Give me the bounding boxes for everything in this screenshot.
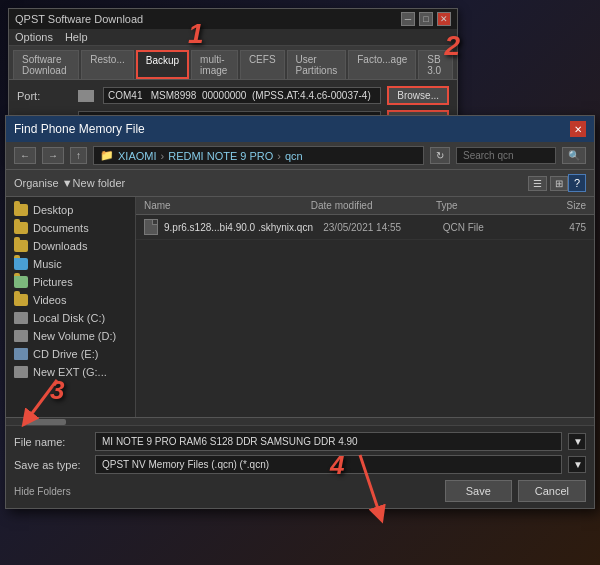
file-name: 9.pr6.s128...bi4.90.0 .skhynix.qcn xyxy=(164,222,323,233)
filename-row: File name: ▼ xyxy=(14,432,586,451)
table-row[interactable]: 9.pr6.s128...bi4.90.0 .skhynix.qcn 23/05… xyxy=(136,215,594,240)
action-buttons: Save Cancel xyxy=(445,480,586,502)
sidebar-label-new-ext: New EXT (G:... xyxy=(33,366,107,378)
sidebar-label-downloads: Downloads xyxy=(33,240,87,252)
breadcrumb-sep1: › xyxy=(161,150,165,162)
sidebar-label-music: Music xyxy=(33,258,62,270)
sidebar-item-downloads[interactable]: Downloads xyxy=(6,237,135,255)
tab-cefs[interactable]: CEFS xyxy=(240,50,285,79)
forward-btn[interactable]: → xyxy=(42,147,64,164)
annotation-1: 1 xyxy=(188,18,204,50)
annotation-2: 2 xyxy=(444,30,460,62)
close-btn[interactable]: ✕ xyxy=(437,12,451,26)
breadcrumb-sep2: › xyxy=(277,150,281,162)
dialog-actions-bar: Organise ▼ New folder ☰ ⊞ ? xyxy=(6,170,594,197)
refresh-btn[interactable]: ↻ xyxy=(430,147,450,164)
sidebar-item-pictures[interactable]: Pictures xyxy=(6,273,135,291)
port-row: Port: Browse... xyxy=(17,86,449,105)
dialog-title: Find Phone Memory File xyxy=(14,122,145,136)
filename-dropdown-btn[interactable]: ▼ xyxy=(568,433,586,450)
left-panel: Desktop Documents Downloads Music Pictur… xyxy=(6,197,136,417)
up-btn[interactable]: ↑ xyxy=(70,147,87,164)
port-device-icon xyxy=(78,90,94,102)
breadcrumb-part3[interactable]: qcn xyxy=(285,150,303,162)
port-input[interactable] xyxy=(103,87,381,104)
tab-backup[interactable]: Backup xyxy=(136,50,189,79)
new-folder-btn[interactable]: New folder xyxy=(73,177,126,189)
drive-icon xyxy=(14,330,28,342)
horizontal-scrollbar[interactable] xyxy=(6,417,594,425)
dialog-close-btn[interactable]: ✕ xyxy=(570,121,586,137)
port-browse-btn[interactable]: Browse... xyxy=(387,86,449,105)
filetype-input[interactable] xyxy=(95,455,562,474)
dialog-footer: File name: ▼ Save as type: ▼ Hide Folder… xyxy=(6,425,594,508)
sidebar-label-videos: Videos xyxy=(33,294,66,306)
breadcrumb-part2[interactable]: REDMI NOTE 9 PRO xyxy=(168,150,273,162)
sidebar-label-cd-drive: CD Drive (E:) xyxy=(33,348,98,360)
file-list-header: Name Date modified Type Size xyxy=(136,197,594,215)
dialog-body: Desktop Documents Downloads Music Pictur… xyxy=(6,197,594,417)
sidebar-item-desktop[interactable]: Desktop xyxy=(6,201,135,219)
port-label: Port: xyxy=(17,90,72,102)
cancel-btn[interactable]: Cancel xyxy=(518,480,586,502)
tab-user-partitions[interactable]: User Partitions xyxy=(287,50,347,79)
file-date: 23/05/2021 14:55 xyxy=(323,222,442,233)
filename-input[interactable] xyxy=(95,432,562,451)
filetype-row: Save as type: ▼ xyxy=(14,455,586,474)
tab-software-download[interactable]: Software Download xyxy=(13,50,79,79)
filetype-dropdown-btn[interactable]: ▼ xyxy=(568,456,586,473)
tab-multi-image[interactable]: multi-image xyxy=(191,50,238,79)
view-list-btn[interactable]: ☰ xyxy=(528,176,547,191)
folder-icon-small: 📁 xyxy=(100,149,114,162)
folder-icon xyxy=(14,258,28,270)
col-header-date[interactable]: Date modified xyxy=(311,200,436,211)
folder-icon xyxy=(14,222,28,234)
sidebar-item-documents[interactable]: Documents xyxy=(6,219,135,237)
sidebar-item-local-disk[interactable]: Local Disk (C:) xyxy=(6,309,135,327)
view-details-btn[interactable]: ⊞ xyxy=(550,176,568,191)
folder-icon xyxy=(14,240,28,252)
qpst-titlebar: QPST Software Download ─ □ ✕ xyxy=(9,9,457,29)
maximize-btn[interactable]: □ xyxy=(419,12,433,26)
sidebar-item-music[interactable]: Music xyxy=(6,255,135,273)
sidebar-item-new-ext[interactable]: New EXT (G:... xyxy=(6,363,135,381)
right-panel: Name Date modified Type Size 9.pr6.s128.… xyxy=(136,197,594,417)
sidebar-item-videos[interactable]: Videos xyxy=(6,291,135,309)
help-btn[interactable]: ? xyxy=(568,174,586,192)
filename-label: File name: xyxy=(14,436,89,448)
sidebar-label-documents: Documents xyxy=(33,222,89,234)
file-dialog: Find Phone Memory File ✕ ← → ↑ 📁 XIAOMI … xyxy=(5,115,595,509)
save-btn[interactable]: Save xyxy=(445,480,512,502)
sidebar-label-pictures: Pictures xyxy=(33,276,73,288)
search-btn[interactable]: 🔍 xyxy=(562,147,586,164)
sidebar-label-local-disk: Local Disk (C:) xyxy=(33,312,105,324)
col-header-type[interactable]: Type xyxy=(436,200,519,211)
breadcrumb-part1[interactable]: XIAOMI xyxy=(118,150,157,162)
back-btn[interactable]: ← xyxy=(14,147,36,164)
folder-icon xyxy=(14,204,28,216)
drive-icon xyxy=(14,312,28,324)
filetype-label: Save as type: xyxy=(14,459,89,471)
cd-drive-icon xyxy=(14,348,28,360)
sidebar-item-new-volume[interactable]: New Volume (D:) xyxy=(6,327,135,345)
col-header-name[interactable]: Name xyxy=(144,200,311,211)
menu-help[interactable]: Help xyxy=(65,31,88,43)
tab-factory[interactable]: Facto...age xyxy=(348,50,416,79)
sidebar-label-desktop: Desktop xyxy=(33,204,73,216)
hide-folders-btn[interactable]: Hide Folders xyxy=(14,486,71,497)
window-controls: ─ □ ✕ xyxy=(401,12,451,26)
organize-btn[interactable]: Organise ▼ xyxy=(14,177,73,189)
breadcrumb[interactable]: 📁 XIAOMI › REDMI NOTE 9 PRO › qcn xyxy=(93,146,424,165)
sidebar-item-cd-drive[interactable]: CD Drive (E:) xyxy=(6,345,135,363)
tab-restore[interactable]: Resto... xyxy=(81,50,133,79)
file-icon xyxy=(144,219,158,235)
file-size: 475 xyxy=(522,222,586,233)
folder-icon xyxy=(14,294,28,306)
view-buttons: ☰ ⊞ xyxy=(528,176,568,191)
col-header-size[interactable]: Size xyxy=(519,200,586,211)
file-type: QCN File xyxy=(443,222,523,233)
menu-options[interactable]: Options xyxy=(15,31,53,43)
minimize-btn[interactable]: ─ xyxy=(401,12,415,26)
qpst-tabs: Software Download Resto... Backup multi-… xyxy=(9,46,457,80)
search-input[interactable] xyxy=(456,147,556,164)
